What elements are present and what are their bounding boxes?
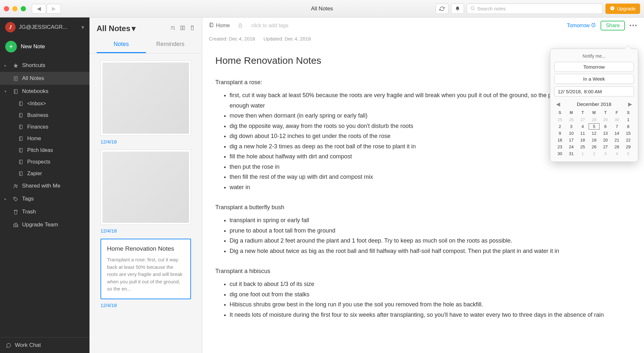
minimize-window-button[interactable]	[12, 6, 18, 11]
notebook-breadcrumb[interactable]: Home	[209, 22, 230, 29]
new-note-button[interactable]: + New Note	[0, 37, 89, 59]
notebook-item[interactable]: Prospects	[0, 156, 89, 168]
calendar-day[interactable]: 10	[566, 130, 577, 137]
note-card[interactable]: 12/4/18	[101, 61, 191, 144]
note-card[interactable]: 12/4/18	[101, 150, 191, 233]
calendar-day[interactable]: 5	[623, 150, 634, 157]
calendar-day[interactable]: 9	[554, 130, 566, 137]
calendar-day[interactable]: 4	[577, 123, 588, 130]
reminder-datetime-input[interactable]: 12/ 5/2018, 8:00 AM	[554, 86, 634, 97]
calendar-next-button[interactable]: ▶	[627, 101, 633, 107]
calendar-day[interactable]: 14	[611, 130, 623, 137]
calendar-day[interactable]: 28	[588, 116, 600, 123]
calendar-day[interactable]: 1	[623, 116, 634, 123]
calendar-day[interactable]: 4	[611, 150, 623, 157]
notebook-item[interactable]: Finances	[0, 121, 89, 133]
calendar-day[interactable]: 5	[588, 123, 600, 130]
calendar-day[interactable]: 7	[611, 123, 623, 130]
sync-button[interactable]	[435, 4, 448, 14]
calendar-day[interactable]: 26	[588, 143, 600, 150]
zoom-window-button[interactable]	[21, 6, 26, 11]
note-card[interactable]: Home Renovation NotesTransplant a rose: …	[101, 239, 191, 308]
calendar-day[interactable]: 8	[623, 123, 634, 130]
calendar-day[interactable]: 22	[623, 137, 634, 143]
search-input[interactable]: Search notes	[467, 4, 603, 14]
account-switcher[interactable]: J JG@JESSICAGR... ▾	[0, 17, 89, 37]
calendar-prev-button[interactable]: ◀	[555, 101, 561, 107]
calendar-day[interactable]: 29	[600, 116, 611, 123]
list-item[interactable]: Dig a new hole about twice as big as the…	[230, 246, 631, 256]
sidebar-item-tags[interactable]: ▸Tags	[0, 192, 89, 205]
notebook-item[interactable]: Pitch Ideas	[0, 144, 89, 156]
notify-tomorrow-button[interactable]: Tomorrow	[554, 62, 634, 72]
list-item[interactable]: then fill the rest of the way up with di…	[230, 172, 631, 182]
notebook-item[interactable]: Zapier	[0, 168, 89, 179]
more-actions-button[interactable]: •••	[629, 22, 638, 29]
calendar-day[interactable]: 15	[623, 130, 634, 137]
close-window-button[interactable]	[4, 6, 9, 11]
tab-reminders[interactable]: Reminders	[146, 36, 195, 53]
calendar-day[interactable]: 3	[566, 123, 577, 130]
reminder-link[interactable]: Tomorrow	[567, 22, 596, 29]
notebook-item[interactable]: Business	[0, 109, 89, 121]
calendar-day[interactable]: 12	[588, 130, 600, 137]
calendar-day[interactable]: 25	[577, 143, 588, 150]
sort-button[interactable]	[170, 25, 175, 32]
add-tags-input[interactable]: click to add tags	[251, 23, 289, 28]
calendar-day[interactable]: 28	[611, 143, 623, 150]
back-button[interactable]: ◀	[32, 4, 46, 14]
calendar-day[interactable]: 30	[554, 150, 566, 157]
trash-filter-button[interactable]	[190, 25, 195, 32]
list-item[interactable]: prune to about a foot tall from the grou…	[230, 226, 631, 236]
list-item[interactable]: dig one foot out from the stalks	[230, 290, 631, 300]
notebook-item[interactable]: <Inbox>	[0, 98, 89, 109]
calendar-day[interactable]: 24	[566, 143, 577, 150]
notifications-button[interactable]	[451, 4, 464, 14]
sidebar-item-trash[interactable]: Trash	[0, 205, 89, 218]
bullet-list[interactable]: cut it back to about 1/3 of its sizedig …	[215, 279, 631, 320]
bullet-list[interactable]: transplant in spring or early fallprune …	[215, 215, 631, 256]
calendar-day[interactable]: 25	[554, 116, 566, 123]
calendar-day[interactable]: 27	[600, 143, 611, 150]
section-heading[interactable]: Transplant a hibiscus	[215, 268, 631, 275]
notify-in-a-week-button[interactable]: In a Week	[554, 74, 634, 84]
calendar-day[interactable]: 18	[577, 137, 588, 143]
section-heading[interactable]: Transplant a butterfly bush	[215, 204, 631, 211]
tab-notes[interactable]: Notes	[97, 36, 146, 53]
sidebar-item-upgrade-team[interactable]: Upgrade Team	[0, 218, 89, 231]
notebook-item[interactable]: Home	[0, 133, 89, 144]
calendar-day[interactable]: 13	[600, 130, 611, 137]
list-item[interactable]: It needs lots of moisture during the fir…	[230, 310, 631, 320]
calendar-day[interactable]: 23	[554, 143, 566, 150]
list-item[interactable]: cut it back to about 1/3 of its size	[230, 279, 631, 290]
sidebar-item-all-notes[interactable]: All Notes	[0, 72, 89, 85]
calendar-day[interactable]: 17	[566, 137, 577, 143]
calendar-day[interactable]: 3	[600, 150, 611, 157]
sidebar-item-shared-with-me[interactable]: Shared with Me	[0, 179, 89, 192]
sidebar-item-notebooks[interactable]: ▾Notebooks	[0, 85, 89, 98]
calendar-day[interactable]: 2	[588, 150, 600, 157]
sidebar-item-shortcuts[interactable]: ▸Shortcuts	[0, 59, 89, 72]
note-list-title-dropdown[interactable]: All Notes ▾	[97, 24, 136, 33]
list-item[interactable]: then put the rose in	[230, 162, 631, 172]
calendar-day[interactable]: 21	[611, 137, 623, 143]
calendar-day[interactable]: 30	[611, 116, 623, 123]
work-chat-button[interactable]: Work Chat	[0, 337, 89, 353]
view-mode-button[interactable]	[180, 25, 185, 32]
list-item[interactable]: transplant in spring or early fall	[230, 215, 631, 226]
list-item[interactable]: Hibiscus shrubs grow best in the long ru…	[230, 300, 631, 310]
calendar-day[interactable]: 20	[600, 137, 611, 143]
calendar-day[interactable]: 1	[577, 150, 588, 157]
share-button[interactable]: Share	[601, 21, 625, 30]
calendar-day[interactable]: 16	[554, 137, 566, 143]
calendar-day[interactable]: 2	[554, 123, 566, 130]
calendar-day[interactable]: 31	[566, 150, 577, 157]
list-item[interactable]: water in	[230, 182, 631, 193]
calendar-day[interactable]: 6	[600, 123, 611, 130]
calendar-day[interactable]: 26	[566, 116, 577, 123]
calendar-day[interactable]: 29	[623, 143, 634, 150]
upgrade-button[interactable]: Upgrade	[605, 4, 640, 14]
forward-button[interactable]: ▶	[47, 4, 61, 14]
calendar-day[interactable]: 19	[588, 137, 600, 143]
calendar-day[interactable]: 27	[577, 116, 588, 123]
